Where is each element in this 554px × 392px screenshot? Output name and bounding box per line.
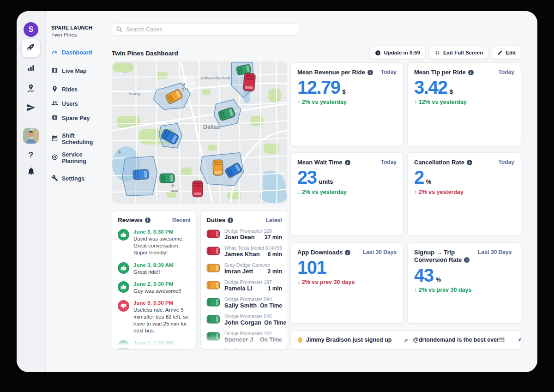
duty-driver: Spencer J	[224, 336, 253, 343]
van-icon	[159, 173, 175, 183]
nav-item-shift-scheduling[interactable]: Shift Scheduling	[51, 133, 106, 145]
duty-time: On Time	[257, 337, 282, 343]
vehicle-marker[interactable]	[132, 169, 150, 181]
info-icon[interactable]: i	[464, 257, 470, 263]
nav-label: Rides	[62, 86, 78, 93]
info-icon[interactable]: i	[345, 160, 350, 165]
reviews-list[interactable]: June 3, 3:30 PMDavid was awesome. Great …	[118, 229, 191, 350]
review-timestamp: June 1, 1:20 PM	[133, 340, 191, 346]
duty-driver: Pamela Li	[224, 285, 253, 292]
vehicle-marker[interactable]	[159, 173, 175, 183]
duty-row[interactable]: Dodge Promaster 128Joan Dean37 min	[206, 228, 282, 241]
duty-row[interactable]: Dodge Promaster 094Sally SmithOn Time	[206, 296, 282, 309]
review-item: June 3, 3:30 PMUseless ride. Arrive 5 mi…	[118, 300, 191, 335]
metric-delta-text: 12% vs yesterday	[419, 99, 467, 105]
dashboard-icon	[51, 48, 58, 57]
vehicle-marker[interactable]	[223, 162, 243, 179]
arrow-up-icon: ↑	[414, 189, 417, 195]
update-timer-button[interactable]: Update in 0:59	[370, 47, 425, 59]
duty-row[interactable]: Dodge Promaster 197Pamela Li1 min	[206, 279, 282, 292]
duty-row[interactable]: Gray Dodge CaravanImran Jett2 min	[206, 262, 282, 275]
rail-item-launch-active[interactable]	[22, 39, 40, 57]
spare-logo[interactable]: S	[24, 22, 38, 37]
users-icon	[51, 100, 58, 108]
nav-item-spare-pay[interactable]: $ Spare Pay	[51, 114, 106, 122]
nav-item-service-planning[interactable]: Service Planning	[51, 151, 106, 164]
duty-row[interactable]: Dodge Promaster 045John CorganOn Time	[206, 314, 282, 326]
edit-button[interactable]: Edit	[492, 47, 521, 59]
metric-value: 12.79	[297, 78, 340, 96]
duty-time: 6 min	[265, 251, 282, 258]
metric-delta: ↓ 2% vs yesterday	[297, 189, 397, 195]
search-icon	[116, 26, 122, 32]
search-input[interactable]	[112, 23, 299, 36]
metric-card-signup-conversion: Signup → Trip Conversion RateiLast 30 Da…	[407, 242, 521, 324]
vehicle-marker[interactable]	[164, 88, 184, 105]
duty-vehicle: White Tesla Model 3 (4V99X4	[224, 245, 282, 251]
duty-vehicle: Dodge Promaster 128	[224, 228, 282, 234]
metric-card-mean-wait: Mean Wait TimeiToday 23units ↓ 2% vs yes…	[290, 152, 403, 236]
nav-item-live-map[interactable]: Live Map	[51, 67, 106, 75]
van-icon	[160, 127, 180, 145]
duty-time: 37 min	[262, 234, 282, 241]
info-icon[interactable]: i	[468, 70, 474, 75]
rail-item-analytics[interactable]	[24, 62, 38, 76]
duty-row[interactable]: Red Tesla Model XBen MorganOn Time	[206, 348, 282, 350]
thumb-up-icon	[118, 262, 129, 274]
review-text: David was awesome. Great conversation. S…	[133, 235, 191, 257]
rocket-icon	[517, 337, 521, 343]
thumb-down-icon	[118, 300, 129, 312]
vehicle-marker[interactable]	[217, 106, 236, 121]
rail-item-send[interactable]	[24, 102, 38, 115]
help-icon[interactable]: ?	[24, 148, 38, 162]
vehicle-marker[interactable]	[242, 72, 256, 92]
info-icon[interactable]: i	[345, 250, 350, 255]
nav-item-dashboard[interactable]: Dashboard	[51, 48, 106, 57]
info-icon[interactable]: i	[367, 70, 373, 75]
vehicle-marker[interactable]	[192, 180, 203, 197]
ticker-text: Jimmy Bradison just signed up	[306, 337, 391, 343]
metric-delta: ↑ 2% vs yesterday	[414, 189, 514, 195]
duty-row[interactable]: White Tesla Model 3 (4V99X4James Khan6 m…	[206, 245, 282, 258]
notifications-bell[interactable]	[24, 165, 38, 179]
bird-icon	[403, 337, 410, 343]
info-icon[interactable]: i	[228, 217, 233, 223]
app-window: S	[17, 11, 537, 372]
nav-label: Service Planning	[62, 151, 106, 164]
exit-fullscreen-icon	[434, 50, 440, 56]
nav-item-users[interactable]: Users	[51, 100, 106, 108]
duty-vehicle: Gray Dodge Caravan	[224, 262, 282, 268]
reviews-filter: Recent	[172, 217, 191, 223]
info-icon[interactable]: i	[145, 217, 151, 223]
duty-row[interactable]: Dodge Promaster 102Spencer JOn Time	[206, 331, 282, 343]
metric-title: App Downloads	[297, 249, 343, 256]
nav-label: Shift Scheduling	[62, 133, 106, 145]
exit-fullscreen-button[interactable]: Exit Full Screen	[429, 47, 488, 59]
metric-value: 3.42	[414, 78, 447, 96]
review-text: This man is a gem, best driver in tofino	[133, 347, 191, 350]
van-icon	[206, 349, 220, 350]
vehicle-marker[interactable]	[160, 127, 180, 145]
live-map[interactable]: Irving University Park Dallas ✈ DAL ✈ RB…	[112, 61, 287, 203]
info-icon[interactable]: i	[467, 160, 472, 165]
duties-filter: Latest	[266, 217, 282, 223]
duty-time: 1 min	[265, 285, 282, 292]
review-text: Useless ride. Arrive 5 min after bus 82 …	[133, 307, 191, 335]
rail-item-map-tools[interactable]	[24, 82, 38, 96]
metric-unit: $	[343, 88, 346, 95]
user-avatar[interactable]	[23, 128, 39, 144]
nav-item-settings[interactable]: Settings	[51, 175, 106, 183]
duty-driver: Sally Smith	[224, 302, 257, 309]
metric-title: Cancellation Rate	[414, 159, 464, 166]
workspace-name: Twin Pines	[51, 32, 106, 37]
edit-label: Edit	[506, 50, 516, 55]
van-icon	[132, 169, 150, 181]
metric-unit: $	[450, 88, 453, 95]
van-icon	[206, 264, 220, 274]
duties-list[interactable]: Dodge Promaster 128Joan Dean37 min White…	[206, 228, 282, 350]
metric-period: Today	[499, 69, 514, 75]
nav-item-rides[interactable]: Rides	[51, 85, 106, 94]
vehicle-marker[interactable]	[212, 159, 223, 176]
reviews-title: Reviews	[118, 217, 143, 223]
duty-vehicle: Dodge Promaster 045	[224, 314, 282, 319]
